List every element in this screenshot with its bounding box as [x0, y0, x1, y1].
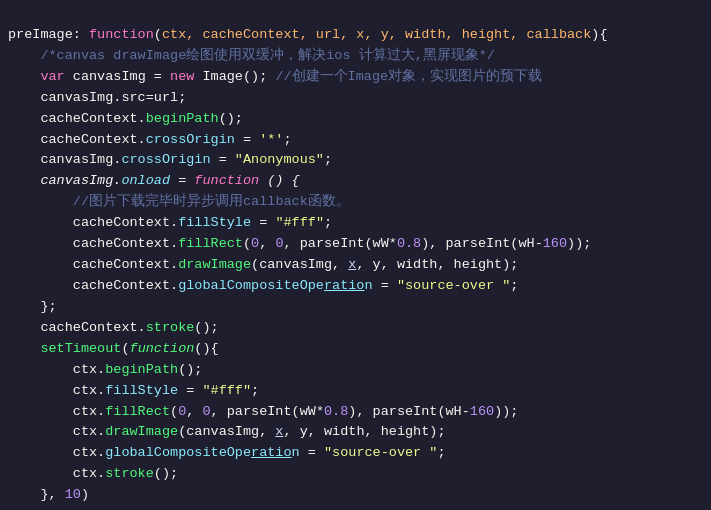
line-9: //图片下载完毕时异步调用callback函数。: [8, 194, 350, 209]
line-22: ctx.stroke();: [8, 466, 178, 481]
line-7: canvasImg.crossOrigin = "Anonymous";: [8, 152, 332, 167]
line-11: cacheContext.fillRect(0, 0, parseInt(wW*…: [8, 236, 591, 251]
line-5: cacheContext.beginPath();: [8, 111, 243, 126]
line-18: ctx.fillStyle = "#fff";: [8, 383, 259, 398]
line-20: ctx.drawImage(canvasImg, x, y, width, he…: [8, 424, 446, 439]
line-1: preImage: function(ctx, cacheContext, ur…: [8, 27, 608, 42]
code-container: preImage: function(ctx, cacheContext, ur…: [0, 0, 711, 510]
line-17: ctx.beginPath();: [8, 362, 202, 377]
line-16: setTimeout(function(){: [8, 341, 219, 356]
line-13: cacheContext.globalCompositeOperation = …: [8, 278, 518, 293]
line-6: cacheContext.crossOrigin = '*';: [8, 132, 292, 147]
line-15: cacheContext.stroke();: [8, 320, 219, 335]
line-10: cacheContext.fillStyle = "#fff";: [8, 215, 332, 230]
line-3: var canvasImg = new Image(); //创建一个Image…: [8, 69, 542, 84]
line-23: }, 10): [8, 487, 89, 502]
line-8: canvasImg.onload = function () {: [8, 173, 300, 188]
line-12: cacheContext.drawImage(canvasImg, x, y, …: [8, 257, 518, 272]
line-19: ctx.fillRect(0, 0, parseInt(wW*0.8), par…: [8, 404, 518, 419]
line-4: canvasImg.src=url;: [8, 90, 186, 105]
line-21: ctx.globalCompositeOperation = "source-o…: [8, 445, 446, 460]
line-2: /*canvas drawImage绘图使用双缓冲，解决ios 计算过大,黑屏现…: [8, 48, 495, 63]
line-14: };: [8, 299, 57, 314]
